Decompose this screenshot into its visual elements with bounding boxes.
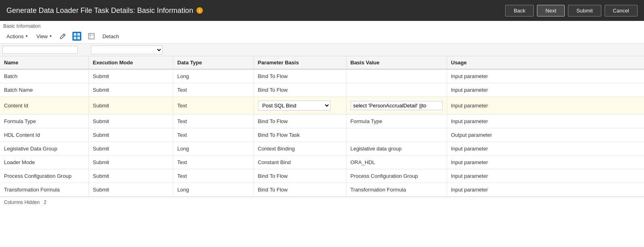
cell-name: Legislative Data Group <box>0 142 89 156</box>
view-button[interactable]: View ▼ <box>33 32 56 41</box>
cell-basis-value <box>346 83 447 97</box>
cell-name: Batch <box>0 69 89 83</box>
actions-button[interactable]: Actions ▼ <box>3 32 32 41</box>
page-title: Generate Data Loader File Task Details: … <box>6 6 203 15</box>
filter-row <box>0 44 644 56</box>
view-label: View <box>37 33 48 39</box>
columns-hidden-count: 2 <box>44 200 47 205</box>
table-container: Name Execution Mode Data Type Parameter … <box>0 43 644 197</box>
detach-icon-button[interactable] <box>85 31 97 41</box>
toolbar-area: Basic Information Actions ▼ View ▼ <box>0 21 644 43</box>
cell-usage: Input parameter <box>447 97 644 115</box>
parameter-basis-select[interactable]: Bind To FlowPost SQL BindContext Binding… <box>258 101 330 111</box>
cell-basis-value <box>346 128 447 142</box>
cell-usage: Input parameter <box>447 183 644 197</box>
col-header-basis-value: Basis Value <box>346 56 447 70</box>
execution-mode-filter-select[interactable] <box>91 45 163 54</box>
next-button[interactable]: Next <box>537 5 565 16</box>
cell-usage: Input parameter <box>447 69 644 83</box>
info-icon: i <box>196 7 203 14</box>
cell-execution-mode: Submit <box>89 169 173 183</box>
col-header-parameter-basis: Parameter Basis <box>254 56 346 70</box>
cell-parameter-basis: Bind To Flow <box>254 69 346 83</box>
parameter-basis-select-container: Bind To FlowPost SQL BindContext Binding… <box>258 101 342 111</box>
cell-execution-mode: Submit <box>89 69 173 83</box>
breadcrumb: Basic Information <box>3 23 641 29</box>
cell-parameter-basis[interactable]: Bind To FlowPost SQL BindContext Binding… <box>254 97 346 115</box>
cell-basis-value: Transformation Formula <box>346 183 447 197</box>
table-row: Loader ModeSubmitTextConstant BindORA_HD… <box>0 156 644 169</box>
svg-rect-3 <box>77 37 80 39</box>
edit-button[interactable] <box>57 32 68 41</box>
cell-basis-value: ORA_HDL <box>346 156 447 169</box>
cell-data-type: Long <box>173 142 254 156</box>
col-header-name: Name <box>0 56 89 70</box>
col-header-execution-mode: Execution Mode <box>89 56 173 70</box>
svg-rect-1 <box>77 33 80 36</box>
cell-name: Loader Mode <box>0 156 89 169</box>
table-row: Formula TypeSubmitTextBind To FlowFormul… <box>0 115 644 128</box>
cell-execution-mode: Submit <box>89 97 173 115</box>
svg-rect-0 <box>74 33 76 36</box>
cell-usage: Input parameter <box>447 115 644 128</box>
view-caret-icon: ▼ <box>49 34 53 38</box>
cell-data-type: Text <box>173 97 254 115</box>
cell-execution-mode: Submit <box>89 142 173 156</box>
cell-name: Formula Type <box>0 115 89 128</box>
cell-parameter-basis: Bind To Flow <box>254 83 346 97</box>
submit-button[interactable]: Submit <box>568 5 601 16</box>
page-header: Generate Data Loader File Task Details: … <box>0 0 644 21</box>
cell-basis-value: Legislative data group <box>346 142 447 156</box>
table-row: Process Configuration GroupSubmitTextBin… <box>0 169 644 183</box>
cell-parameter-basis: Bind To Flow <box>254 169 346 183</box>
data-table: Name Execution Mode Data Type Parameter … <box>0 44 644 197</box>
grid-view-icon <box>72 32 81 41</box>
cell-execution-mode: Submit <box>89 115 173 128</box>
basis-value-input[interactable] <box>351 101 443 110</box>
cell-usage: Output parameter <box>447 128 644 142</box>
cancel-button[interactable]: Cancel <box>605 5 638 16</box>
cell-name: Transformation Formula <box>0 183 89 197</box>
cell-name: Batch Name <box>0 83 89 97</box>
actions-caret-icon: ▼ <box>25 34 29 38</box>
header-buttons: Back Next Submit Cancel <box>505 5 638 16</box>
view-icon-button[interactable] <box>70 31 84 42</box>
cell-usage: Input parameter <box>447 142 644 156</box>
cell-basis-value <box>346 69 447 83</box>
toolbar: Actions ▼ View ▼ <box>3 31 641 42</box>
cell-data-type: Long <box>173 183 254 197</box>
name-filter-input[interactable] <box>2 46 78 54</box>
cell-data-type: Text <box>173 156 254 169</box>
table-row: BatchSubmitLongBind To FlowInput paramet… <box>0 69 644 83</box>
table-row: HDL Content IdSubmitTextBind To Flow Tas… <box>0 128 644 142</box>
cell-execution-mode: Submit <box>89 156 173 169</box>
cell-basis-value: Formula Type <box>346 115 447 128</box>
actions-label: Actions <box>6 33 24 39</box>
pencil-icon <box>60 33 66 39</box>
title-text: Generate Data Loader File Task Details: … <box>6 6 193 15</box>
cell-parameter-basis: Constant Bind <box>254 156 346 169</box>
cell-data-type: Text <box>173 169 254 183</box>
cell-name: Content Id <box>0 97 89 115</box>
table-row: Legislative Data GroupSubmitLongContext … <box>0 142 644 156</box>
table-row: Transformation FormulaSubmitLongBind To … <box>0 183 644 197</box>
cell-usage: Input parameter <box>447 83 644 97</box>
back-button[interactable]: Back <box>505 5 534 16</box>
columns-hidden-label: Columns Hidden <box>4 200 40 205</box>
detach-button[interactable]: Detach <box>99 32 122 41</box>
cell-data-type: Long <box>173 69 254 83</box>
table-row: Batch NameSubmitTextBind To FlowInput pa… <box>0 83 644 97</box>
cell-parameter-basis: Bind To Flow <box>254 115 346 128</box>
cell-data-type: Text <box>173 115 254 128</box>
table-body: BatchSubmitLongBind To FlowInput paramet… <box>0 69 644 197</box>
cell-basis-value[interactable] <box>346 97 447 115</box>
cell-parameter-basis: Context Binding <box>254 142 346 156</box>
cell-usage: Input parameter <box>447 169 644 183</box>
svg-rect-4 <box>89 33 94 39</box>
cell-parameter-basis: Bind To Flow <box>254 183 346 197</box>
cell-name: HDL Content Id <box>0 128 89 142</box>
cell-data-type: Text <box>173 128 254 142</box>
detach-label: Detach <box>102 33 119 39</box>
cell-execution-mode: Submit <box>89 183 173 197</box>
cell-execution-mode: Submit <box>89 83 173 97</box>
